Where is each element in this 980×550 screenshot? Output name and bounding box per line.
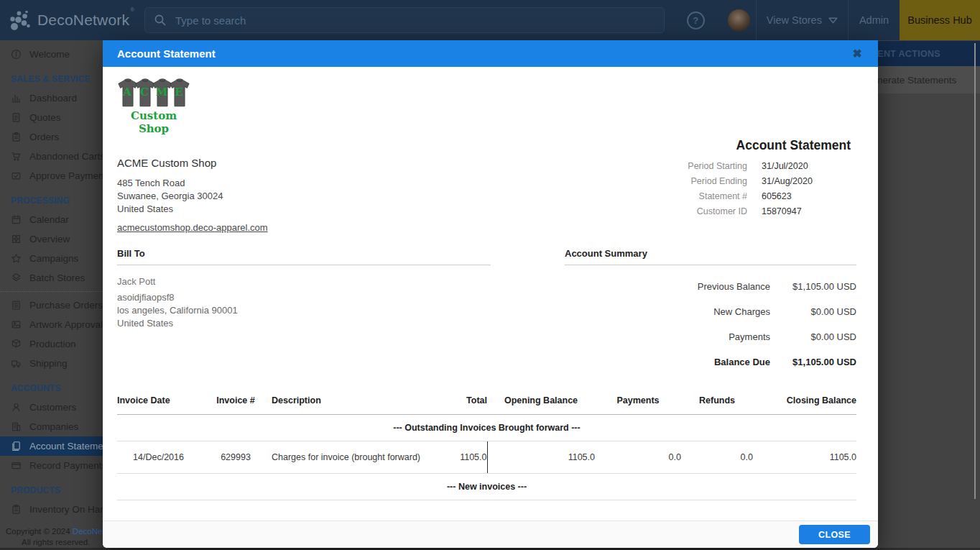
statement-pages-icon [11,441,22,452]
admin-tab[interactable]: Admin [849,0,900,40]
statement-field: Customer ID 15870947 [625,204,856,219]
bill-to-name: Jack Pott [117,276,491,287]
acme-shop-logo: A C M E [117,78,268,108]
invoice-table: Invoice Date Invoice # Description Total… [117,391,856,521]
logo-caption: Custom Shop [117,109,190,135]
sidebar-item-calendar[interactable]: Calendar [0,210,103,229]
close-button[interactable]: CLOSE [799,525,870,544]
sidebar-item-batch-stores[interactable]: Batch Stores [0,268,103,288]
right-panel-scrollbar [974,43,976,499]
image-icon [11,319,22,330]
grid-icon [11,234,22,244]
table-header-row: Invoice Date Invoice # Description Total… [117,391,856,415]
sidebar-nav: Welcome SALES & SERVICE Dashboard Quotes… [0,40,103,550]
company-block: A C M E [117,67,268,234]
box-icon [11,339,22,349]
sidebar-item-account-statements[interactable]: Account Statements [0,436,103,456]
business-hub-tab[interactable]: Business Hub [900,0,980,40]
brand-name: DecoNetwork® [37,12,134,29]
company-address: 485 Tench Road Suwanee, Georgia 30024 Un… [117,177,268,216]
modal-header: Account Statement ✖ [103,40,878,67]
sidebar-item-overview[interactable]: Overview [0,229,103,249]
payment-check-icon [11,170,22,181]
sidebar-item-quotes[interactable]: Quotes [0,108,103,127]
bill-to-address: asoidjfiaopsf8 los angeles, California 9… [117,291,491,331]
sidebar-item-orders[interactable]: Orders [0,127,103,147]
modal-title: Account Statement [117,47,216,60]
tshirt-icon: E [169,78,190,108]
user-avatar[interactable] [728,9,750,32]
table-row: 14/Dec/2016 629993 Charges for invoice (… [117,441,856,473]
view-stores-menu[interactable]: View Stores [757,0,848,40]
company-website-link[interactable]: acmecustomshop.deco-apparel.com [117,222,268,233]
statement-heading: Account Statement [625,138,856,153]
layers-icon [11,272,22,283]
clipboard-icon [11,504,22,515]
search-input[interactable] [174,14,655,27]
summary-balance-due-row: Balance Due $1,105.00 USD [565,349,856,375]
modal-footer: CLOSE [103,521,878,548]
account-summary-heading: Account Summary [565,248,856,265]
table-group-row-new-invoices: --- New invoices --- [117,473,856,500]
bar-chart-icon [11,93,22,104]
info-icon [11,49,22,60]
account-summary-block: Account Summary Previous Balance $1,105.… [565,248,856,375]
sidebar-section-sales-service: SALES & SERVICE [0,64,103,88]
cart-icon [11,151,22,162]
sidebar-item-welcome[interactable]: Welcome [0,45,103,64]
person-icon [11,402,22,413]
calendar-icon [11,214,22,225]
admin-label: Admin [859,14,889,26]
truck-icon [11,358,22,369]
table-empty-row [117,500,856,521]
sidebar-section-accounts: ACCOUNTS [0,373,103,398]
close-icon[interactable]: ✖ [853,48,862,60]
view-stores-label: View Stores [767,14,822,26]
brand-logo[interactable]: DecoNetwork® [9,0,134,40]
sidebar-item-companies[interactable]: Companies [0,417,103,436]
sidebar-item-campaigns[interactable]: Campaigns [0,249,103,268]
sidebar-item-inventory-on-hand[interactable]: Inventory On Hand [0,500,103,519]
sidebar-divider [0,291,103,292]
clipboard-icon [11,132,22,142]
bill-to-heading: Bill To [117,248,491,265]
summary-row: Previous Balance $1,105.00 USD [565,274,856,299]
top-navbar: DecoNetwork® ? View Stores Admin [0,0,980,40]
sidebar-item-shipping[interactable]: Shipping [0,354,103,373]
app-canvas: DecoNetwork® ? View Stores Admin [0,0,980,550]
building-icon [11,421,22,432]
star-icon [11,253,22,264]
sidebar-item-customers[interactable]: Customers [0,398,103,417]
sidebar-section-processing: PROCESSING [0,185,103,210]
sidebar-item-artwork-approval[interactable]: Artwork Approval [0,315,103,334]
sidebar-section-products: PRODUCTS [0,475,103,500]
statement-field: Statement # 605623 [625,189,856,204]
help-icon[interactable]: ? [687,12,705,29]
table-group-row-outstanding: --- Outstanding Invoices Brought forward… [117,414,856,441]
chevron-down-icon [828,17,838,24]
modal-body: A C M E [103,67,878,521]
registered-mark: ® [130,6,134,13]
company-name: ACME Custom Shop [117,157,268,169]
credit-card-icon [11,460,22,471]
sidebar-item-abandoned-carts[interactable]: Abandoned Carts [0,147,103,166]
sidebar-item-approve-payments[interactable]: Approve Payments [0,166,103,185]
account-statement-modal: Account Statement ✖ A C [103,40,878,548]
statement-field: Period Ending 31/Aug/2020 [625,174,856,189]
search-icon [154,14,167,27]
summary-row: Payments $0.00 USD [565,324,856,349]
document-lines-icon [11,300,22,311]
sidebar-item-dashboard[interactable]: Dashboard [0,88,103,108]
statement-field: Period Starting 31/Jul/2020 [625,159,856,174]
bill-to-block: Bill To Jack Pott asoidjfiaopsf8 los ang… [117,248,491,375]
sidebar-item-record-payments[interactable]: Record Payments [0,456,103,475]
topbar-right-cluster: ? View Stores Admin Business Hub [687,0,980,40]
deconetwork-flower-icon [9,9,31,31]
sidebar-item-purchase-orders[interactable]: Purchase Orders [0,295,103,315]
global-search [144,7,665,33]
document-icon [11,112,22,123]
summary-row: New Charges $0.00 USD [565,299,856,324]
statement-details: Account Statement Period Starting 31/Jul… [625,67,856,234]
sidebar-item-production[interactable]: Production [0,334,103,354]
